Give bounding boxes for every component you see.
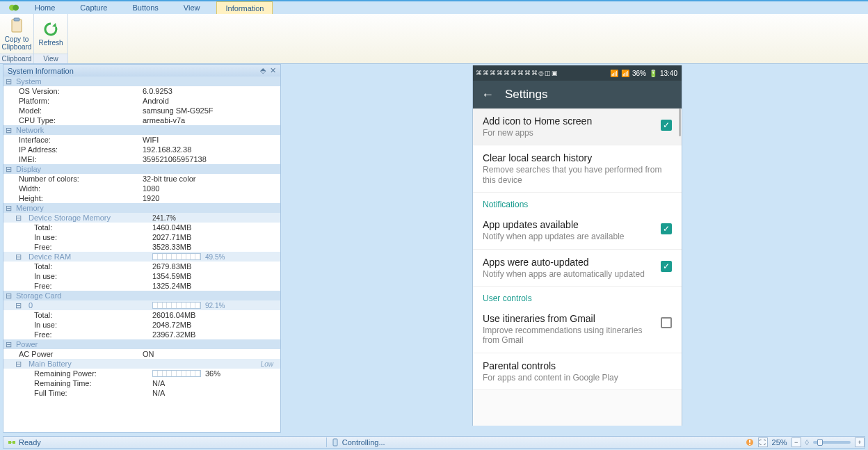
status-right-controls: ⛶ 25% − ◊ + <box>746 437 865 447</box>
tab-capture[interactable]: Capture <box>72 1 115 14</box>
expand-icon[interactable]: ⊟ <box>3 204 13 213</box>
status-controlling: Controlling... <box>327 438 389 447</box>
expand-icon[interactable]: ⊟ <box>3 301 23 310</box>
divider-icon: ◊ <box>805 438 809 447</box>
wifi-icon: 📶 <box>610 70 618 77</box>
value-ip-address: 192.168.32.38 <box>143 145 280 154</box>
label-ac-power: AC Power <box>13 350 143 358</box>
label-card-inuse: In use: <box>23 321 152 329</box>
checkbox-icon[interactable] <box>661 317 672 328</box>
section-main-battery: Main Battery <box>23 360 152 368</box>
device-scrollbar[interactable] <box>679 109 681 136</box>
value-imei: 359521065957138 <box>143 155 280 163</box>
svg-rect-9 <box>749 440 750 443</box>
panel-title-bar: System Information ⬘ ✕ <box>3 65 280 77</box>
fit-screen-button[interactable]: ⛶ <box>758 437 768 447</box>
device-settings-list[interactable]: Add icon to Home screenFor new apps ✓ Cl… <box>473 109 682 426</box>
zoom-slider[interactable] <box>813 441 851 444</box>
label-cpu-type: CPU Type: <box>13 116 143 124</box>
ribbon-group-view: Refresh View <box>34 14 68 63</box>
section-storage-card: Storage Card <box>13 291 143 300</box>
section-device-ram: Device RAM <box>23 252 152 261</box>
setting-clear-history[interactable]: Clear local search historyRemove searche… <box>473 145 682 193</box>
svg-rect-6 <box>10 442 13 443</box>
value-num-colors: 32-bit true color <box>143 175 280 183</box>
value-width: 1080 <box>143 184 280 193</box>
label-remaining-power: Remaining Power: <box>23 369 152 378</box>
ribbon-group-clipboard: Copy to Clipboard Clipboard <box>0 14 34 63</box>
battery-icon: 🔋 <box>649 70 657 77</box>
refresh-button-label: Refresh <box>38 39 63 47</box>
device-status-bar: ⌘⌘⌘⌘⌘⌘⌘⌘⌘◎◫▣ 📶 📶 36% 🔋 13:40 <box>473 65 682 81</box>
value-dsm-free: 3528.33MB <box>152 243 280 251</box>
section-memory: Memory <box>13 204 143 212</box>
tab-information[interactable]: Information <box>216 1 273 14</box>
value-full-time: N/A <box>152 389 280 397</box>
checkbox-icon[interactable]: ✓ <box>661 261 672 272</box>
expand-icon[interactable]: ⊟ <box>3 77 13 86</box>
device-icon <box>331 438 339 447</box>
refresh-button[interactable]: Refresh <box>34 14 67 54</box>
tab-buttons[interactable]: Buttons <box>124 1 166 14</box>
setting-subtitle: Remove searches that you have performed … <box>483 165 672 185</box>
device-title: Settings <box>505 88 547 102</box>
setting-subtitle: For apps and content in Google Play <box>483 373 672 383</box>
copy-to-clipboard-button[interactable]: Copy to Clipboard <box>0 14 33 54</box>
setting-auto-updated[interactable]: Apps were auto-updatedNotify when apps a… <box>473 250 682 287</box>
tab-view[interactable]: View <box>175 1 209 14</box>
setting-gmail-itineraries[interactable]: Use itineraries from GmailImprove recomm… <box>473 306 682 353</box>
expand-icon[interactable]: ⊟ <box>3 126 13 135</box>
warning-icon[interactable] <box>746 438 754 447</box>
back-arrow-icon[interactable]: ← <box>481 88 494 102</box>
svg-rect-2 <box>12 19 22 32</box>
value-card-total: 26016.04MB <box>152 311 280 319</box>
checkbox-icon[interactable]: ✓ <box>661 120 672 131</box>
status-ready: Ready <box>3 438 45 447</box>
clipboard-icon <box>8 17 25 34</box>
status-bar: Ready Controlling... ⛶ 25% − ◊ + <box>3 436 865 449</box>
label-width: Width: <box>13 184 143 193</box>
copy-button-label: Copy to Clipboard <box>2 35 32 51</box>
value-os-version: 6.0.9253 <box>143 87 280 95</box>
expand-icon[interactable]: ⊟ <box>3 165 13 174</box>
setting-title: Parental controls <box>483 360 672 371</box>
label-card-total: Total: <box>23 311 152 319</box>
device-app-bar: ← Settings <box>473 81 682 109</box>
panel-pin-icon[interactable]: ⬘ <box>260 66 266 75</box>
panel-close-icon[interactable]: ✕ <box>270 66 276 75</box>
label-num-colors: Number of colors: <box>13 175 143 183</box>
svg-rect-7 <box>333 439 337 446</box>
setting-parental-controls[interactable]: Parental controlsFor apps and content in… <box>473 353 682 390</box>
label-ram-total: Total: <box>23 262 152 271</box>
device-screen: ⌘⌘⌘⌘⌘⌘⌘⌘⌘◎◫▣ 📶 📶 36% 🔋 13:40 ← Settings … <box>473 65 682 426</box>
setting-title: Add icon to Home screen <box>483 115 654 127</box>
label-height: Height: <box>13 194 143 202</box>
label-full-time: Full Time: <box>23 389 152 397</box>
link-icon <box>8 438 16 447</box>
refresh-icon <box>42 21 59 38</box>
value-battery-status: Low <box>261 360 273 368</box>
setting-title: Use itineraries from Gmail <box>483 313 654 324</box>
tab-home[interactable]: Home <box>26 1 63 14</box>
setting-add-icon-home[interactable]: Add icon to Home screenFor new apps ✓ <box>473 109 682 145</box>
value-remaining-power: 36% <box>152 369 280 378</box>
value-card0-progress: 92.1% <box>152 302 280 310</box>
expand-icon[interactable]: ⊟ <box>3 252 23 262</box>
value-ac-power: ON <box>143 350 280 358</box>
setting-app-updates[interactable]: App updates availableNotify when app upd… <box>473 212 682 249</box>
zoom-in-button[interactable]: + <box>855 437 865 447</box>
expand-icon[interactable]: ⊟ <box>3 360 23 369</box>
label-remaining-time: Remaining Time: <box>23 379 152 387</box>
value-remaining-time: N/A <box>152 379 280 387</box>
label-ram-free: Free: <box>23 282 152 290</box>
value-height: 1920 <box>143 194 280 202</box>
expand-icon[interactable]: ⊟ <box>3 214 23 223</box>
zoom-out-button[interactable]: − <box>791 437 801 447</box>
expand-icon[interactable]: ⊟ <box>3 340 13 349</box>
app-icon[interactable] <box>6 2 22 13</box>
checkbox-icon[interactable]: ✓ <box>661 223 672 234</box>
setting-subtitle: Notify when apps are automatically updat… <box>483 269 654 279</box>
label-dsm-inuse: In use: <box>23 233 152 241</box>
expand-icon[interactable]: ⊟ <box>3 291 13 300</box>
ribbon: Copy to Clipboard Clipboard Refresh View <box>0 14 868 64</box>
